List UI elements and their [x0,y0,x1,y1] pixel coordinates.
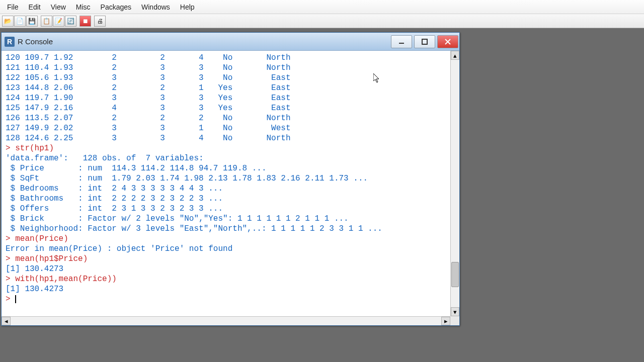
r-icon: R [5,37,15,47]
vertical-scrollbar[interactable]: ▴ ▾ [450,51,459,316]
paste-button[interactable]: 📝 [53,16,64,27]
titlebar[interactable]: R R Console [2,33,459,51]
close-icon [445,39,451,45]
scroll-right-button[interactable]: ▸ [441,317,450,325]
mdi-area: R R Console 120 109.7 1.92 2 2 4 No Nort… [0,28,644,362]
minimize-icon [398,39,405,45]
menu-misc[interactable]: Misc [71,1,96,13]
minimize-button[interactable] [391,35,412,48]
menu-view[interactable]: View [46,1,71,13]
console-output[interactable]: 120 109.7 1.92 2 2 4 No North 121 110.4 … [2,51,450,316]
load-button[interactable]: 📄 [14,16,26,27]
refresh-button[interactable]: 🔄 [65,16,76,27]
menubar: File Edit View Misc Packages Windows Hel… [0,0,644,14]
close-button[interactable] [437,35,458,48]
menu-edit[interactable]: Edit [24,1,46,13]
menu-packages[interactable]: Packages [96,1,136,13]
scroll-up-button[interactable]: ▴ [451,51,459,60]
maximize-button[interactable] [414,35,435,48]
scroll-down-button[interactable]: ▾ [451,307,459,316]
print-button[interactable]: 🖨 [94,16,106,27]
stop-button[interactable]: ⏹ [79,16,91,27]
scroll-thumb[interactable] [451,262,459,287]
menu-windows[interactable]: Windows [136,1,175,13]
menu-file[interactable]: File [2,1,24,13]
r-console-window: R R Console 120 109.7 1.92 2 2 4 No Nort… [1,32,460,326]
maximize-icon [422,39,428,45]
svg-rect-0 [399,43,404,44]
save-button[interactable]: 💾 [26,16,38,27]
horizontal-scrollbar[interactable]: ◂ ▸ [2,316,450,325]
svg-rect-1 [422,39,427,44]
window-title: R Console [18,37,391,46]
scroll-left-button[interactable]: ◂ [2,317,11,325]
console-body[interactable]: 120 109.7 1.92 2 2 4 No North 121 110.4 … [2,51,459,325]
toolbar: 📂 📄 💾 📋 📝 🔄 ⏹ 🖨 [0,14,644,28]
menu-help[interactable]: Help [175,1,200,13]
open-button[interactable]: 📂 [2,16,14,27]
copy-button[interactable]: 📋 [41,16,52,27]
scroll-corner [450,316,459,325]
